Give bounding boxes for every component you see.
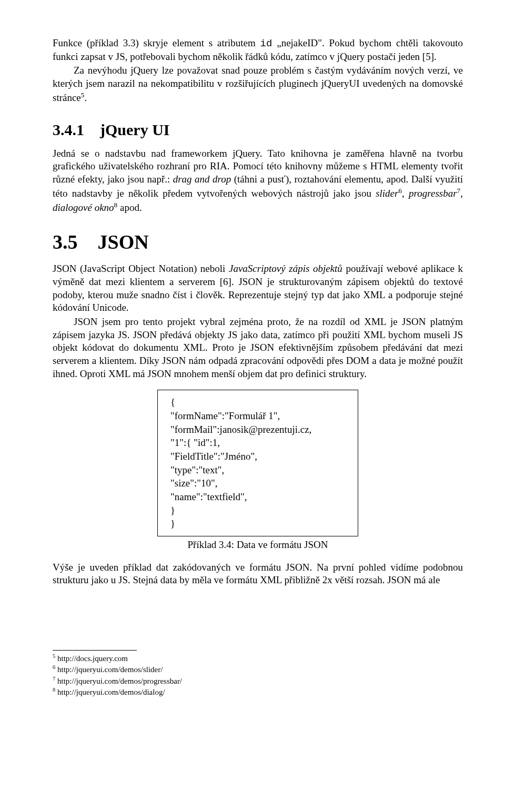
paragraph-6: Výše je uveden příklad dat zakódovaných … (53, 561, 463, 587)
paragraph-4: JSON (JavaScript Object Notation) neboli… (53, 262, 463, 314)
code-line: "formMail":janosik@prezentuji.cz, (170, 423, 349, 437)
code-line: { (170, 395, 349, 409)
code-caption: Příklad 3.4: Data ve formátu JSON (53, 539, 463, 552)
code-line: "type":"text", (170, 463, 349, 477)
code-line: "FieldTitle":"Jméno", (170, 450, 349, 463)
code-example-box: { "formName":"Formulář 1", "formMail":ja… (157, 390, 358, 536)
code-line: "formName":"Formulář 1", (170, 409, 349, 423)
code-line: "size":"10", (170, 476, 349, 490)
footnote-rule (53, 650, 137, 651)
text: JSON (JavaScript Object Notation) neboli (53, 263, 229, 274)
paragraph-3: Jedná se o nadstavbu nad frameworkem jQu… (53, 147, 463, 215)
footnotes-block: 5 http://docs.jquery.com 6 http://jquery… (53, 650, 463, 698)
footnote-6: 6 http://jqueryui.com/demos/slider/ (53, 664, 463, 675)
italic-text: drag and drop (173, 174, 231, 185)
inline-code: id (260, 38, 272, 49)
footnote-5: 5 http://docs.jquery.com (53, 653, 463, 664)
italic-text: JavaScriptový zápis objektů (229, 263, 342, 274)
text: , (402, 188, 409, 199)
text: Za nevýhodu jQuery lze považovat snad po… (53, 65, 463, 103)
paragraph-1: Funkce (příklad 3.3) skryje element s at… (53, 37, 463, 63)
document-page: Funkce (příklad 3.3) skryje element s at… (53, 37, 463, 812)
italic-text: progressbar (409, 188, 457, 199)
text: . (84, 92, 87, 103)
paragraph-5: JSON jsem pro tento projekt vybral zejmé… (53, 316, 463, 380)
heading-3-5: 3.5 JSON (53, 229, 463, 255)
italic-text: slider (376, 188, 398, 199)
text: apod. (117, 202, 142, 213)
text: Funkce (příklad 3.3) skryje element s at… (53, 37, 260, 48)
text: , (460, 188, 463, 199)
heading-3-4-1: 3.4.1 jQuery UI (53, 119, 463, 140)
code-line: } (170, 517, 349, 531)
italic-text: dialogové okno (53, 202, 114, 213)
code-line: } (170, 504, 349, 517)
code-line: "name":"textfield", (170, 490, 349, 504)
paragraph-2: Za nevýhodu jQuery lze považovat snad po… (53, 64, 463, 104)
footnote-7: 7 http://jqueryui.com/demos/progressbar/ (53, 675, 463, 687)
footnote-8: 8 http://jqueryui.com/demos/dialog/ (53, 686, 463, 698)
code-line: "1":{ "id":1, (170, 436, 349, 450)
